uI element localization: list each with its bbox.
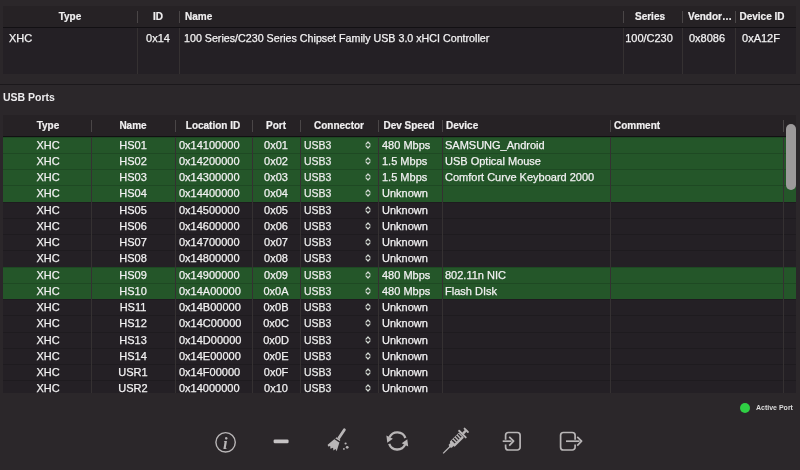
svg-text:i: i (223, 434, 228, 453)
